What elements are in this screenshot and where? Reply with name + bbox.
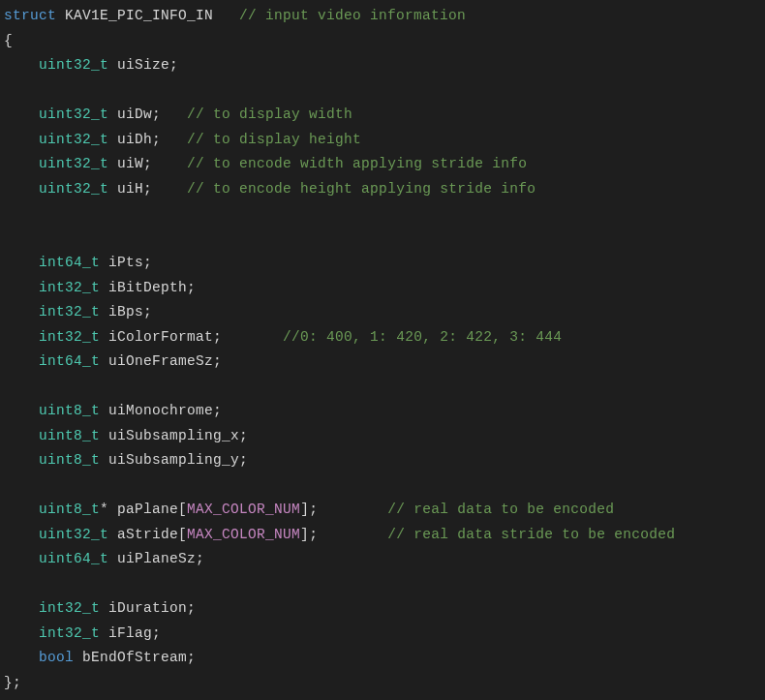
semi: ;	[169, 57, 178, 73]
type: uint32_t	[39, 527, 108, 542]
type: int32_t	[39, 280, 100, 295]
ident: uiPlaneSz	[117, 551, 196, 566]
ident: uiSubsampling_y	[108, 452, 239, 468]
type: int64_t	[39, 255, 100, 270]
comment: // to encode height applying stride info	[187, 181, 536, 197]
comment: // input video information	[239, 8, 466, 23]
type: uint8_t	[39, 403, 100, 418]
comment: // real data to be encoded	[387, 502, 614, 517]
ident: uiW	[117, 156, 143, 171]
ident: iBitDepth	[108, 280, 187, 295]
comment: // to display height	[187, 132, 361, 147]
brace-close: };	[4, 675, 21, 690]
type: int64_t	[39, 353, 100, 369]
ident: uiDw	[117, 107, 152, 122]
ident: aStride	[117, 527, 178, 542]
ident: uiSubsampling_x	[108, 428, 239, 443]
type: uint8_t	[39, 502, 100, 517]
bracket: [	[178, 527, 187, 542]
type: uint32_t	[39, 132, 108, 147]
code-block: struct KAV1E_PIC_INFO_IN // input video …	[0, 0, 765, 695]
bracket: ]	[300, 502, 309, 517]
type: int32_t	[39, 304, 100, 320]
type: uint32_t	[39, 156, 108, 171]
semi: ;	[152, 625, 161, 641]
bracket: ]	[300, 527, 309, 542]
comment: // to encode width applying stride info	[187, 156, 527, 171]
semi: ;	[239, 428, 248, 443]
star: *	[100, 502, 108, 517]
semi: ;	[187, 280, 196, 295]
ident: uiMonochrome	[108, 403, 213, 418]
semi: ;	[143, 304, 152, 320]
semi: ;	[187, 650, 196, 665]
ident: iDuration	[108, 600, 187, 616]
ident: uiOneFrameSz	[108, 353, 213, 369]
semi: ;	[239, 452, 248, 468]
brace-open: {	[4, 33, 13, 48]
semi: ;	[187, 600, 196, 616]
semi: ;	[213, 353, 222, 369]
comment: // to display width	[187, 107, 352, 122]
semi: ;	[213, 329, 222, 345]
ident: iFlag	[108, 625, 152, 641]
comment: // real data stride to be encoded	[387, 527, 675, 542]
semi: ;	[213, 403, 222, 418]
semi: ;	[143, 181, 152, 197]
ident: iPts	[108, 255, 143, 270]
type: int32_t	[39, 600, 100, 616]
type: int32_t	[39, 625, 100, 641]
type: int32_t	[39, 329, 100, 345]
type: uint32_t	[39, 181, 108, 197]
semi: ;	[152, 132, 161, 147]
macro: MAX_COLOR_NUM	[187, 502, 300, 517]
semi: ;	[152, 107, 161, 122]
semi: ;	[309, 502, 318, 517]
type: uint64_t	[39, 551, 108, 566]
ident: iBps	[108, 304, 143, 320]
semi: ;	[309, 527, 318, 542]
semi: ;	[143, 255, 152, 270]
type: uint32_t	[39, 57, 108, 73]
bracket: [	[178, 502, 187, 517]
type: uint32_t	[39, 107, 108, 122]
struct-name: KAV1E_PIC_INFO_IN	[65, 8, 213, 23]
semi: ;	[196, 551, 204, 566]
macro: MAX_COLOR_NUM	[187, 527, 300, 542]
comment: //0: 400, 1: 420, 2: 422, 3: 444	[283, 329, 562, 345]
ident: uiH	[117, 181, 143, 197]
type: uint8_t	[39, 428, 100, 443]
ident: bEndOfStream	[82, 650, 187, 665]
ident: paPlane	[117, 502, 178, 517]
ident: uiSize	[117, 57, 169, 73]
ident: iColorFormat	[108, 329, 213, 345]
semi: ;	[143, 156, 152, 171]
ident: uiDh	[117, 132, 152, 147]
keyword-struct: struct	[4, 8, 56, 23]
type: uint8_t	[39, 452, 100, 468]
keyword-bool: bool	[39, 650, 74, 665]
